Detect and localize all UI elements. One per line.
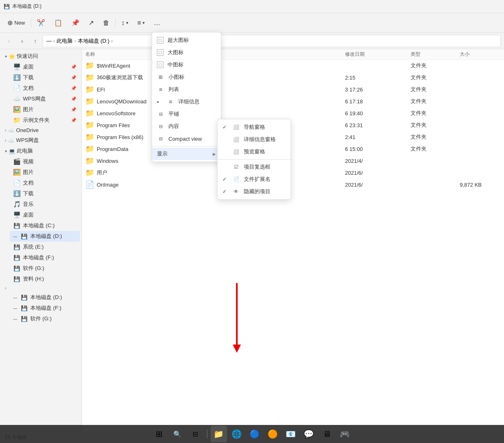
detail-pane-label: 详细信息窗格 <box>244 136 276 143</box>
submenu-item-preview-pane[interactable]: ✓ ⬜ 预览窗格 <box>218 146 291 158</box>
window-icon: 💾 <box>3 3 10 10</box>
net-d-icon: 💾 <box>20 294 28 301</box>
more-icon: … <box>154 19 160 27</box>
sidebar-item-music[interactable]: 🎵 音乐 <box>10 199 80 210</box>
submenu-item-checkbox[interactable]: ✓ ☑ 项目复选框 <box>218 161 291 173</box>
menu-item-tile[interactable]: ⊟ 平铺 <box>152 108 221 120</box>
taskbar-explorer-button[interactable]: 📁 <box>211 426 227 442</box>
menu-item-list[interactable]: ≡ 列表 <box>152 83 221 96</box>
file-name: $WinREAgent <box>97 63 130 69</box>
show-arrow-icon: ▶ <box>213 152 216 156</box>
submenu: ✓ ⬜ 导航窗格 ✓ ⬜ 详细信息窗格 ✓ ⬜ 预览窗格 ✓ ☑ 项目复选框 ✓… <box>217 119 291 200</box>
sidebar-item-drive-d[interactable]: — 💾 本地磁盘 (D:) <box>10 231 80 242</box>
sidebar-network-d[interactable]: — 💾 本地磁盘 (D:) <box>10 292 80 303</box>
submenu-item-nav-pane[interactable]: ✓ ⬜ 导航窗格 <box>218 121 291 133</box>
sidebar-item-downloads[interactable]: ⬇️ 下载 📌 <box>10 72 80 83</box>
drive-c-label: 本地磁盘 (C:) <box>23 222 54 229</box>
sidebar-network-header[interactable]: › <box>2 284 80 292</box>
breadcrumb-this-pc[interactable]: 此电脑 <box>57 37 73 45</box>
copy-button[interactable]: 📋 <box>50 16 66 29</box>
copy-icon: 📋 <box>54 19 62 27</box>
nav-pane-check-icon: ✓ <box>222 124 228 130</box>
taskbar-chat-button[interactable]: 💬 <box>301 426 317 442</box>
table-row[interactable]: 📁 Program Files (x86) 2:41 文件夹 <box>82 131 504 143</box>
sidebar-quick-access-header[interactable]: ▾ ⭐ 快速访问 <box>2 51 80 62</box>
sidebar-item-desktop[interactable]: 🖥️ 桌面 📌 <box>10 62 80 72</box>
table-row[interactable]: 📁 用户 2021/6/ <box>82 167 504 179</box>
table-row[interactable]: 📁 $WinREAgent 文件夹 <box>82 60 504 72</box>
pin-icon-5: 📌 <box>71 107 77 112</box>
wps-icon: ☁️ <box>8 137 14 144</box>
taskbar-search-button[interactable]: 🔍 <box>169 426 186 442</box>
sidebar-item-downloads2[interactable]: ⬇️ 下载 <box>10 188 80 199</box>
sidebar-item-desktop2[interactable]: 🖥️ 桌面 <box>10 210 80 220</box>
show-label: 显示 <box>157 150 168 158</box>
share-button[interactable]: ↗ <box>84 16 98 29</box>
menu-item-l-icon[interactable]: □ 大图标 <box>152 46 221 59</box>
taskbar-mail-button[interactable]: 📧 <box>283 426 299 442</box>
submenu-item-hidden[interactable]: ✓ 👁 隐藏的项目 <box>218 185 291 198</box>
net-d-label: 本地磁盘 (D:) <box>30 294 62 301</box>
more-button[interactable]: … <box>150 17 164 29</box>
taskbar-start-button[interactable]: ⊞ <box>151 426 168 442</box>
onedrive-label: OneDrive <box>16 127 39 133</box>
menu-item-show[interactable]: 显示 ▶ <box>152 148 221 160</box>
table-row[interactable]: 📄 OriImage 2021/6/ 9,872 KB <box>82 179 504 191</box>
taskbar-monitor-button[interactable]: 🖥 <box>319 426 335 442</box>
view-button[interactable]: ≡ ▾ <box>133 17 149 29</box>
sidebar-this-pc-header[interactable]: ▾ 💻 此电脑 <box>2 146 80 156</box>
sidebar-item-pictures[interactable]: 🖼️ 图片 📌 <box>10 104 80 115</box>
forward-button[interactable]: › <box>16 35 28 47</box>
pin-icon-6: 📌 <box>71 118 77 123</box>
sidebar-onedrive-header[interactable]: › ☁️ OneDrive <box>2 126 80 135</box>
taskbar-browser-button[interactable]: 🌐 <box>229 426 245 442</box>
breadcrumb-sep-3: › <box>111 38 113 44</box>
delete-button[interactable]: 🗑 <box>99 17 114 29</box>
sidebar-network-f[interactable]: — 💾 本地磁盘 (F:) <box>10 303 80 313</box>
table-row[interactable]: 📁 Windows 2021/4/ <box>82 155 504 167</box>
sidebar-item-drive-e[interactable]: 💾 系统 (E:) <box>10 242 80 252</box>
table-row[interactable]: 📁 360极速浏览器下载 2:15 文件夹 <box>82 72 504 84</box>
cut-button[interactable]: ✂️ <box>33 16 49 29</box>
sidebar-item-drive-f[interactable]: 💾 本地磁盘 (F:) <box>10 252 80 263</box>
taskbar-game-button[interactable]: 🎮 <box>337 426 353 442</box>
svg-marker-1 <box>233 345 241 353</box>
sidebar-item-docs2[interactable]: 📄 文档 <box>10 178 80 188</box>
sidebar-item-pictures2[interactable]: 🖼️ 图片 <box>10 167 80 178</box>
breadcrumb-drive[interactable]: 本地磁盘 (D:) <box>78 37 109 45</box>
menu-item-xl-icon[interactable]: □ 超大图标 <box>152 34 221 46</box>
table-row[interactable]: 📁 Program Files 6 23:31 文件夹 <box>82 119 504 131</box>
submenu-separator <box>218 159 291 160</box>
sidebar-item-videos[interactable]: 🎬 视频 <box>10 156 80 167</box>
taskbar-circle-button[interactable]: 🔵 <box>247 426 263 442</box>
menu-item-m-icon[interactable]: □ 中图标 <box>152 59 221 71</box>
table-row[interactable]: 📁 LenovoQMDownload 6 17:18 文件夹 <box>82 96 504 107</box>
up-button[interactable]: ↑ <box>30 35 41 47</box>
back-button[interactable]: ‹ <box>3 35 15 47</box>
search-icon: 🔍 <box>173 430 182 438</box>
taskbar-task-view-button[interactable]: ⊟ <box>187 426 204 442</box>
menu-item-detail[interactable]: ● ≡ 详细信息 <box>152 96 221 108</box>
taskbar-chrome-button[interactable]: 🟠 <box>265 426 281 442</box>
menu-item-s-icon[interactable]: ⊞ 小图标 <box>152 71 221 83</box>
sidebar-item-wps-net[interactable]: ☁️ WPS网盘 📌 <box>10 94 80 104</box>
sidebar-item-sample-folder[interactable]: 📁 示例文件夹 📌 <box>10 115 80 126</box>
sidebar-item-drive-g[interactable]: 💾 软件 (G:) <box>10 263 80 274</box>
breadcrumb[interactable]: — › 此电脑 › 本地磁盘 (D:) › <box>43 35 501 47</box>
sort-button[interactable]: ↕ ▾ <box>117 17 132 29</box>
submenu-item-file-ext[interactable]: ✓ 📄 文件扩展名 <box>218 173 291 185</box>
sidebar-item-drive-h[interactable]: 💾 资料 (H:) <box>10 274 80 284</box>
paste-button[interactable]: 📌 <box>67 16 84 29</box>
new-button[interactable]: ⊕ New <box>3 16 29 29</box>
table-row[interactable]: 📁 ProgramData 6 15:00 文件夹 <box>82 143 504 155</box>
table-row[interactable]: 📁 EFI 3 17:26 文件夹 <box>82 84 504 96</box>
submenu-item-detail-pane[interactable]: ✓ ⬜ 详细信息窗格 <box>218 133 291 146</box>
sidebar-network-g[interactable]: — 💾 软件 (G:) <box>10 313 80 324</box>
sidebar-wps-header[interactable]: › ☁️ WPS网盘 <box>2 135 80 146</box>
table-row[interactable]: 📁 LenovoSoftstore 6 19:40 文件夹 <box>82 107 504 119</box>
menu-item-compact[interactable]: ⊟ Compact view <box>152 132 221 145</box>
sidebar-item-drive-c[interactable]: 💾 本地磁盘 (C:) <box>10 220 80 231</box>
sidebar-item-docs[interactable]: 📄 文档 📌 <box>10 83 80 94</box>
list-label: 列表 <box>168 86 179 93</box>
menu-item-content[interactable]: ⊟ 内容 <box>152 120 221 132</box>
